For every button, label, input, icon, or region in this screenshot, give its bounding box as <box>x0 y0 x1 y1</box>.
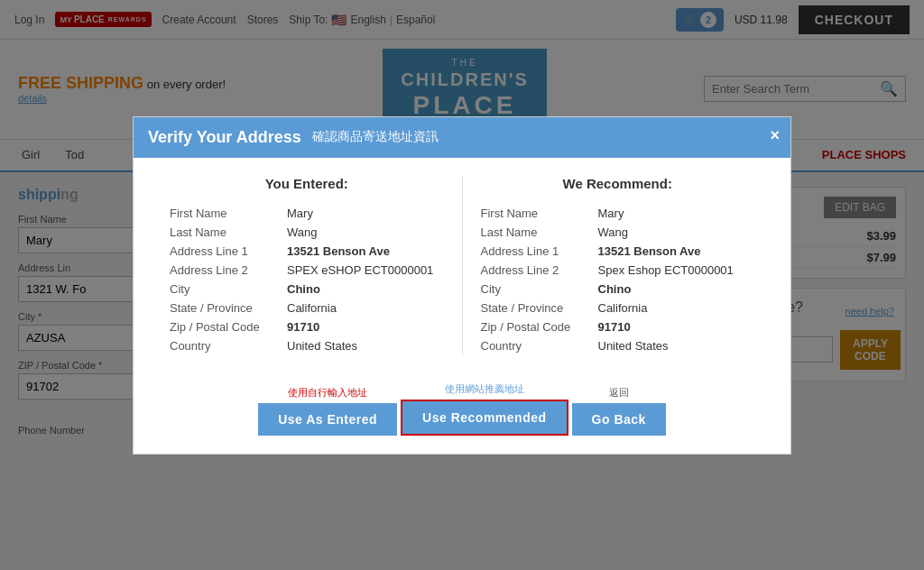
recommended-address1-label: Address Line 1 <box>477 242 595 261</box>
entered-state-label: State / Province <box>166 299 283 317</box>
recommended-address2-value: Spex Eshop ECT0000001 <box>595 261 759 280</box>
entered-address2-value: SPEX eSHOP ECT0000001 <box>283 261 448 280</box>
recommended-zip-label: Zip / Postal Code <box>477 317 595 336</box>
recommended-city-label: City <box>477 280 595 299</box>
entered-country-value: United States <box>283 336 448 355</box>
modal-title-english: Verify Your Address <box>148 128 301 147</box>
entered-country-label: Country <box>166 336 283 355</box>
entered-zip-row: Zip / Postal Code 91710 <box>166 317 448 336</box>
recommended-country-row: Country United States <box>477 336 759 355</box>
recommended-address1-value: 13521 Benson Ave <box>595 242 759 261</box>
use-as-entered-button[interactable]: Use As Entered <box>258 403 397 436</box>
entered-first-name-row: First Name Mary <box>166 204 448 223</box>
recommended-last-name-label: Last Name <box>477 223 595 242</box>
entered-last-name-row: Last Name Wang <box>166 223 448 242</box>
entered-address1-value: 13521 Benson Ave <box>283 242 448 261</box>
entered-address2-row: Address Line 2 SPEX eSHOP ECT0000001 <box>166 261 448 280</box>
modal-body: You Entered: First Name Mary Last Name W… <box>134 158 790 373</box>
recommended-city-row: City Chino <box>477 280 759 299</box>
entered-city-value: Chino <box>283 280 448 299</box>
entered-address2-label: Address Line 2 <box>166 261 283 280</box>
we-recommend-col: We Recommend: First Name Mary Last Name … <box>462 176 773 355</box>
recommended-address1-row: Address Line 1 13521 Benson Ave <box>477 242 759 261</box>
recommended-city-value: Chino <box>595 280 759 299</box>
recommended-state-label: State / Province <box>477 299 595 317</box>
entered-first-name-value: Mary <box>283 204 448 223</box>
entered-city-row: City Chino <box>166 280 448 299</box>
recommended-first-name-row: First Name Mary <box>477 204 759 223</box>
entered-last-name-label: Last Name <box>166 223 283 242</box>
modal-overlay: Verify Your Address 確認商品寄送地址資訊 × You Ent… <box>0 0 924 450</box>
go-back-button[interactable]: Go Back <box>572 403 666 436</box>
modal-header: Verify Your Address 確認商品寄送地址資訊 × <box>134 117 790 158</box>
recommended-country-label: Country <box>477 336 595 355</box>
btn-group-entered: 使用自行輸入地址 Use As Entered <box>258 386 397 436</box>
recommended-country-value: United States <box>595 336 759 355</box>
verify-address-modal: Verify Your Address 確認商品寄送地址資訊 × You Ent… <box>133 116 791 450</box>
btn-group-recommended: 使用網站推薦地址 Use Recommended <box>401 382 568 436</box>
entered-city-label: City <box>166 280 283 299</box>
recommended-first-name-label: First Name <box>477 204 595 223</box>
recommended-address2-row: Address Line 2 Spex Eshop ECT0000001 <box>477 261 759 280</box>
entered-state-row: State / Province California <box>166 299 448 317</box>
entered-zip-value: 91710 <box>283 317 448 336</box>
entered-zh-label: 使用自行輸入地址 <box>288 386 367 400</box>
entered-address1-row: Address Line 1 13521 Benson Ave <box>166 242 448 261</box>
you-entered-title: You Entered: <box>166 176 448 191</box>
modal-title-chinese: 確認商品寄送地址資訊 <box>312 129 439 145</box>
recommended-first-name-value: Mary <box>595 204 759 223</box>
recommended-zip-row: Zip / Postal Code 91710 <box>477 317 759 336</box>
we-recommend-title: We Recommend: <box>477 176 759 191</box>
recommended-zh-label: 使用網站推薦地址 <box>445 382 524 396</box>
entered-country-row: Country United States <box>166 336 448 355</box>
recommended-address2-label: Address Line 2 <box>477 261 595 280</box>
entered-address1-label: Address Line 1 <box>166 242 283 261</box>
you-entered-col: You Entered: First Name Mary Last Name W… <box>152 176 462 355</box>
entered-zip-label: Zip / Postal Code <box>166 317 283 336</box>
use-recommended-button[interactable]: Use Recommended <box>401 400 568 436</box>
recommended-zip-value: 91710 <box>595 317 759 336</box>
recommended-last-name-value: Wang <box>595 223 759 242</box>
recommended-last-name-row: Last Name Wang <box>477 223 759 242</box>
recommended-state-row: State / Province California <box>477 299 759 317</box>
btn-group-goback: 返回 Go Back <box>572 386 666 436</box>
recommended-state-value: California <box>595 299 759 317</box>
entered-state-value: California <box>283 299 448 317</box>
modal-close-button[interactable]: × <box>770 126 780 145</box>
entered-first-name-label: First Name <box>166 204 283 223</box>
goback-zh-label: 返回 <box>609 386 629 400</box>
recommended-address-table: First Name Mary Last Name Wang Address L… <box>477 204 759 355</box>
entered-address-table: First Name Mary Last Name Wang Address L… <box>166 204 448 355</box>
entered-last-name-value: Wang <box>283 223 448 242</box>
modal-footer: 使用自行輸入地址 Use As Entered 使用網站推薦地址 Use Rec… <box>134 373 790 450</box>
